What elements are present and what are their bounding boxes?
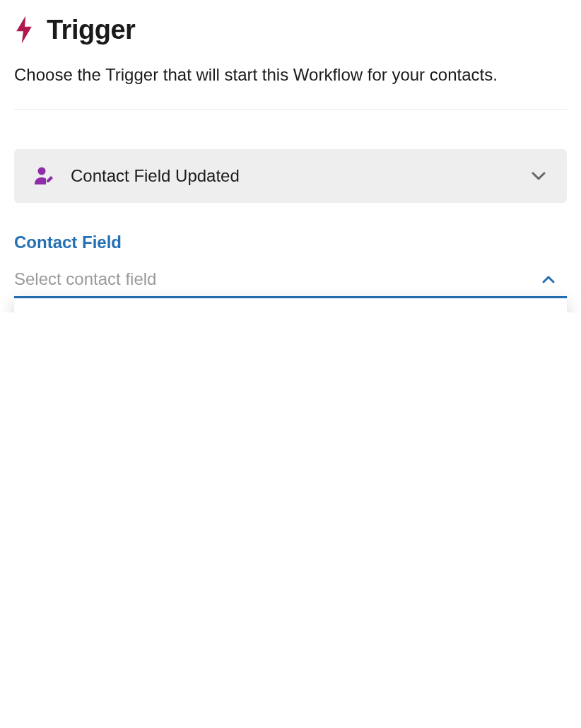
dropdown-item-first-name[interactable]: First Name — [14, 308, 567, 312]
bolt-icon — [14, 14, 34, 45]
contact-field-label: Contact Field — [14, 233, 567, 252]
chevron-up-icon — [540, 271, 557, 288]
contact-field-dropdown: Select contact field First Name Last Nam… — [14, 265, 567, 298]
chevron-down-icon — [530, 168, 547, 184]
svg-point-0 — [38, 168, 46, 175]
page-header: Trigger — [14, 14, 567, 45]
contact-field-input[interactable]: Select contact field — [14, 265, 567, 298]
page-title: Trigger — [47, 15, 135, 45]
contact-field-placeholder: Select contact field — [14, 269, 156, 289]
page-description: Choose the Trigger that will start this … — [14, 62, 567, 110]
contact-edit-icon — [34, 166, 54, 186]
contact-field-menu: First Name Last Name Phone Number Email … — [14, 298, 567, 312]
trigger-select-left: Contact Field Updated — [34, 166, 240, 186]
trigger-type-select[interactable]: Contact Field Updated — [14, 149, 567, 203]
trigger-type-label: Contact Field Updated — [71, 166, 240, 186]
